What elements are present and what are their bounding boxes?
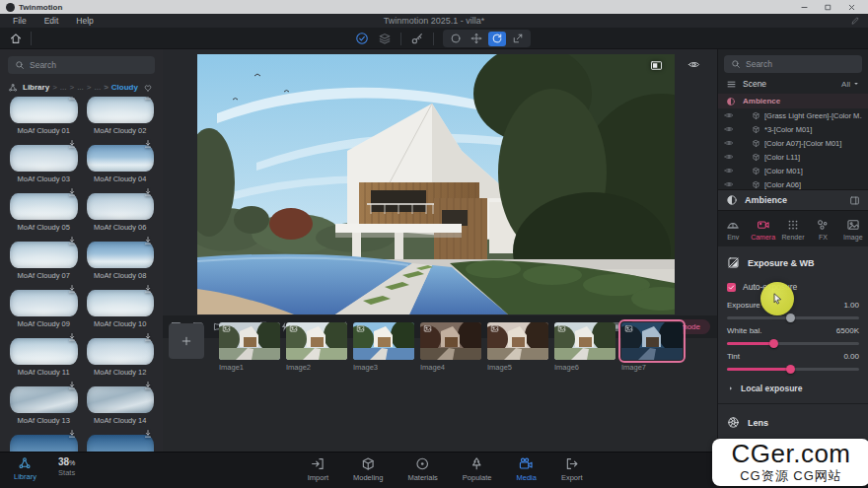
- slider-track[interactable]: [727, 316, 859, 319]
- local-exposure-toggle[interactable]: Local exposure: [718, 371, 868, 401]
- snap-toggle-icon[interactable]: [355, 32, 369, 45]
- collapse-panel-icon[interactable]: [849, 195, 860, 206]
- add-media-button[interactable]: [169, 323, 204, 359]
- visibility-eye-icon[interactable]: [724, 166, 734, 175]
- visibility-eye-icon[interactable]: [724, 138, 734, 148]
- asset-thumbnail[interactable]: [10, 145, 78, 172]
- library-search[interactable]: [8, 56, 155, 74]
- rotate-tool[interactable]: [488, 32, 506, 46]
- slider-handle[interactable]: [769, 339, 778, 348]
- slider-track[interactable]: [727, 368, 859, 371]
- download-icon[interactable]: [67, 429, 77, 439]
- menu-item[interactable]: Help: [67, 16, 102, 26]
- layers-icon[interactable]: [378, 32, 392, 45]
- asset-thumbnail[interactable]: [10, 386, 78, 413]
- mode-button[interactable]: Modeling: [353, 456, 383, 482]
- home-icon[interactable]: [9, 32, 23, 45]
- properties-tab[interactable]: Camera: [748, 211, 777, 246]
- viewport-render[interactable]: [197, 54, 675, 314]
- library-asset[interactable]: MoAf Cloudy 06: [87, 193, 155, 232]
- asset-thumbnail[interactable]: [87, 193, 155, 220]
- download-icon[interactable]: [143, 236, 153, 245]
- download-icon[interactable]: [143, 97, 153, 101]
- media-item[interactable]: Image1: [219, 322, 280, 372]
- scene-search[interactable]: [724, 55, 862, 73]
- properties-tab[interactable]: FX: [808, 211, 837, 246]
- media-thumbnail[interactable]: [286, 322, 347, 360]
- library-dock-button[interactable]: Library: [14, 456, 36, 481]
- slider-track[interactable]: [727, 342, 859, 345]
- media-thumbnail[interactable]: [621, 322, 683, 360]
- breadcrumb-segment[interactable]: Cloudy: [101, 83, 138, 92]
- scene-node[interactable]: *3-[Color M01]: [718, 122, 868, 136]
- library-asset[interactable]: MoAf Cloudy 09: [10, 290, 78, 328]
- media-item[interactable]: Image7: [621, 322, 683, 372]
- library-asset[interactable]: MoAf Cloudy 03: [10, 145, 78, 183]
- properties-tab[interactable]: Render: [778, 211, 808, 246]
- visibility-eye-icon[interactable]: [724, 110, 734, 120]
- asset-thumbnail[interactable]: [10, 242, 78, 268]
- viewport-visibility-eye-icon[interactable]: [687, 58, 700, 71]
- mode-button[interactable]: Materials: [407, 456, 437, 482]
- breadcrumb-segment[interactable]: Library: [23, 83, 49, 92]
- visibility-eye-icon[interactable]: [724, 152, 734, 162]
- download-icon[interactable]: [67, 332, 77, 342]
- close-icon[interactable]: [847, 3, 856, 12]
- library-asset[interactable]: MoAf Cloudy 05: [10, 193, 78, 232]
- asset-thumbnail[interactable]: [10, 193, 78, 220]
- media-item[interactable]: Image6: [554, 322, 615, 372]
- asset-thumbnail[interactable]: [10, 290, 78, 316]
- scene-node[interactable]: [Color A07]-[Color M01]: [718, 136, 868, 150]
- mode-button[interactable]: Export: [561, 456, 583, 482]
- pencil-icon[interactable]: [850, 16, 860, 26]
- library-asset[interactable]: MoAf Cloudy 14: [87, 386, 155, 425]
- download-icon[interactable]: [143, 332, 153, 342]
- breadcrumb-segment[interactable]: ...: [49, 83, 66, 92]
- minimize-icon[interactable]: [800, 3, 809, 12]
- select-tool[interactable]: [447, 32, 465, 46]
- media-item[interactable]: Image2: [286, 322, 347, 372]
- media-thumbnail[interactable]: [420, 322, 481, 360]
- auto-exposure-checkbox[interactable]: [727, 283, 736, 292]
- scene-filter-dropdown[interactable]: All: [841, 80, 860, 89]
- download-icon[interactable]: [143, 284, 153, 294]
- menu-item[interactable]: File: [4, 16, 36, 26]
- properties-tab[interactable]: Image: [838, 211, 868, 246]
- media-thumbnail[interactable]: [219, 322, 280, 360]
- asset-thumbnail[interactable]: [87, 290, 155, 316]
- download-icon[interactable]: [67, 187, 77, 197]
- scene-node[interactable]: [Color M01]: [718, 164, 868, 177]
- library-asset[interactable]: MoAf Cloudy 16: [87, 435, 155, 452]
- library-asset[interactable]: MoAf Cloudy 08: [87, 242, 155, 280]
- visibility-eye-icon[interactable]: [724, 124, 734, 134]
- move-tool[interactable]: [468, 32, 485, 46]
- scale-tool[interactable]: [509, 32, 527, 46]
- maximize-icon[interactable]: [824, 3, 832, 12]
- library-asset[interactable]: MoAf Cloudy 01: [10, 97, 78, 135]
- stats-indicator[interactable]: 38% Stats: [58, 456, 75, 481]
- lens-section-header[interactable]: Lens: [718, 406, 868, 435]
- download-icon[interactable]: [67, 139, 77, 149]
- asset-thumbnail[interactable]: [10, 97, 78, 123]
- library-asset[interactable]: MoAf Cloudy 13: [10, 386, 78, 425]
- asset-thumbnail[interactable]: [87, 145, 155, 172]
- breadcrumb-segment[interactable]: ...: [66, 83, 83, 92]
- media-thumbnail[interactable]: [554, 322, 615, 360]
- library-asset[interactable]: MoAf Cloudy 10: [87, 290, 155, 328]
- favorites-heart-icon[interactable]: [143, 83, 153, 93]
- asset-thumbnail[interactable]: [10, 338, 78, 365]
- asset-thumbnail[interactable]: [87, 386, 155, 413]
- download-icon[interactable]: [143, 187, 153, 197]
- safe-frame-icon[interactable]: [650, 59, 663, 72]
- library-asset[interactable]: MoAf Cloudy 15: [10, 435, 78, 452]
- download-icon[interactable]: [67, 381, 77, 390]
- library-asset[interactable]: MoAf Cloudy 02: [87, 97, 155, 135]
- media-item[interactable]: Image4: [420, 322, 481, 372]
- scene-node[interactable]: [Grass Light Green]-[Color M...: [718, 108, 868, 122]
- media-thumbnail[interactable]: [353, 322, 414, 360]
- key-icon[interactable]: [410, 32, 424, 45]
- hamburger-icon[interactable]: [726, 79, 737, 90]
- menu-item[interactable]: Edit: [36, 16, 68, 26]
- media-thumbnail[interactable]: [487, 322, 548, 360]
- library-asset[interactable]: MoAf Cloudy 12: [87, 338, 155, 377]
